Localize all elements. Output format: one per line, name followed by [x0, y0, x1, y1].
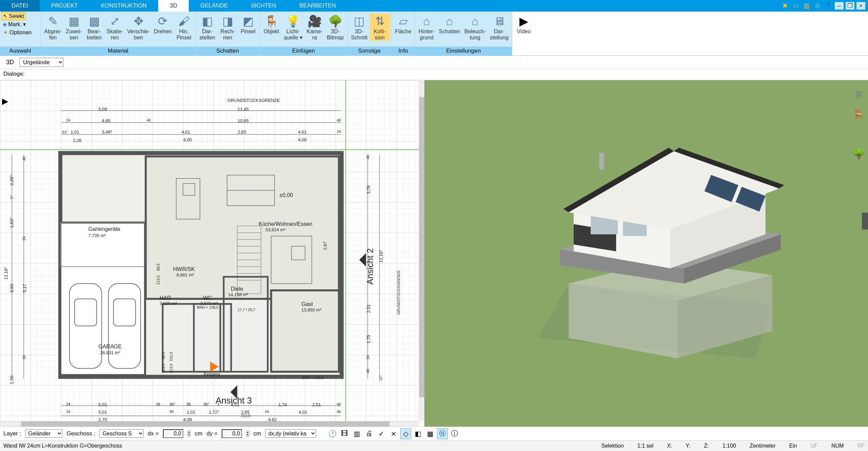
pinsel-button[interactable]: ◩Pinsel	[238, 14, 258, 35]
menu-tab-bearbeiten[interactable]: BEARBEITEN	[288, 0, 348, 12]
dx-spinner[interactable]: ▲▼	[187, 431, 191, 437]
cm1-label: cm	[195, 430, 203, 437]
selekt-button[interactable]: ↖Selekt	[1, 12, 25, 20]
cube-small-icon[interactable]: ◧	[412, 428, 423, 439]
menu-tab-konstruktion[interactable]: KONSTRUKTION	[89, 0, 158, 12]
print-icon[interactable]: ⎙	[813, 1, 822, 10]
optionen-button[interactable]: ＋Optionen	[1, 29, 33, 36]
dialoge-bar: Dialoge:	[0, 69, 868, 80]
bearbeiten-button[interactable]: ▩Bear- beiten	[84, 14, 105, 41]
furniture-icon[interactable]: 🪑	[852, 107, 865, 121]
3dbitmap-button[interactable]: 🌳3D- Bitmap	[325, 14, 346, 41]
brush-icon: 🖌	[176, 14, 192, 29]
beleuchtung-button[interactable]: ⌂Beleuch- tung	[462, 14, 488, 41]
verschieben-button[interactable]: ✥Verschie- ben	[125, 14, 152, 41]
ribbon-group-schatten: ◧Dar- stellen ◨Rech- nen ◩Pinsel Schatte…	[196, 12, 260, 55]
status-left: Wand IW 24cm L=Konstruktion G=Obergescho…	[3, 443, 122, 449]
shadow-brush-icon: ◩	[240, 14, 256, 29]
folder-icon[interactable]: ▥	[802, 1, 811, 10]
ribbon-label-auswahl: Auswahl	[0, 47, 40, 55]
deselect-icon[interactable]: ⨯	[388, 428, 399, 439]
3dschnitt-button[interactable]: ◫3D- Schnitt	[349, 14, 370, 41]
kollision-button[interactable]: ⇅Kolli- sion	[370, 14, 390, 41]
printer-icon[interactable]: 🖨	[364, 428, 374, 439]
ribbon-group-info: ▱Fläche Info	[392, 12, 415, 55]
ribbon-toolbar: ↖Selekt ◈Mark.▾ ＋Optionen Auswahl ✎Abgre…	[0, 12, 868, 56]
color-palette-icon[interactable]	[852, 128, 864, 140]
drehen-button[interactable]: ⟳Drehen	[152, 14, 173, 35]
context-bar: 3D Urgelände	[0, 56, 868, 69]
assign-icon: ▦	[66, 14, 82, 29]
film-icon[interactable]: 🎞	[339, 428, 350, 439]
clipboard-icon[interactable]: ▭	[791, 1, 800, 10]
status-x: X:	[667, 443, 672, 449]
layers-icon[interactable]: ≣	[852, 87, 865, 101]
ribbon-label-sonstige: Sonstige	[348, 47, 391, 55]
mark-button[interactable]: ◈Mark.▾	[1, 21, 27, 28]
svg-rect-60	[599, 153, 604, 170]
main-menu-bar: DATEI PROJEKT KONSTRUKTION 3D GELÄNDE SI…	[0, 0, 868, 12]
flaeche-button[interactable]: ▱Fläche	[393, 14, 413, 35]
calc-icon: ◨	[220, 14, 236, 29]
darstellung-button[interactable]: 🖥Dar- stellung	[488, 14, 511, 41]
3d-viewport[interactable]: ≣ 🪑 🌳	[425, 80, 868, 427]
hinpinsel-button[interactable]: 🖌Hin. Pinsel	[174, 14, 194, 41]
stack-icon[interactable]: ▥	[351, 428, 362, 439]
ribbon-group-auswahl: ↖Selekt ◈Mark.▾ ＋Optionen Auswahl	[0, 12, 41, 55]
ribbon-group-einstellungen: ⌂Hinter- grund ⌂Schatten ⌂Beleuch- tung …	[415, 12, 512, 55]
floorplan-vscroll[interactable]	[419, 80, 424, 421]
status-bar: Wand IW 24cm L=Konstruktion G=Obergescho…	[0, 440, 868, 451]
restore-icon[interactable]: ❐	[846, 2, 854, 10]
info-small-icon[interactable]: ⓘ	[449, 428, 460, 439]
expand-panel-icon[interactable]: ▶	[2, 96, 9, 107]
terrain-dropdown[interactable]: Urgelände	[19, 58, 63, 67]
status-sel-ratio: 1:1 sel	[638, 443, 653, 449]
kamera-button[interactable]: 🎥Kame- ra	[304, 14, 325, 41]
ribbon-label-schatten: Schatten	[196, 47, 260, 55]
grid-toggle-icon[interactable]: ▦	[425, 428, 436, 439]
lichtquelle-button[interactable]: 💡Licht- quelle ▾	[282, 14, 304, 41]
menu-tab-gelaende[interactable]: GELÄNDE	[189, 0, 239, 12]
move-icon: ✥	[130, 14, 147, 29]
status-scale: 1:100	[722, 443, 736, 449]
ribbon-group-material: ✎Abgrei- fen ▦Zuwei- sen ▩Bear- beiten ⤢…	[41, 12, 196, 55]
skalieren-button[interactable]: ⤢Skalie- ren	[105, 14, 125, 41]
schatten-set-button[interactable]: ⌂Schatten	[437, 14, 462, 35]
close-icon[interactable]: ×	[856, 2, 865, 10]
hintergrund-button[interactable]: ⌂Hinter- grund	[417, 14, 437, 41]
tree-palette-icon[interactable]: 🌳	[852, 147, 865, 160]
dy-input[interactable]	[222, 429, 242, 438]
workspace: GRUNDSTÜCKSGRENZE Gartengeräte 7,735 m² …	[0, 80, 868, 427]
menu-tab-sichten[interactable]: SICHTEN	[239, 0, 288, 12]
status-num: NUM	[831, 443, 844, 449]
menu-tab-datei[interactable]: DATEI	[0, 0, 40, 12]
area-icon: ▱	[395, 14, 411, 29]
objekt-button[interactable]: 🪑Objekt	[261, 14, 282, 35]
zuweisen-button[interactable]: ▦Zuwei- sen	[64, 14, 84, 41]
ribbon-group-einfuegen: 🪑Objekt 💡Licht- quelle ▾ 🎥Kame- ra 🌳3D- …	[260, 12, 348, 55]
palette-drag-handle[interactable]	[862, 213, 868, 230]
floorplan-hscroll[interactable]	[0, 421, 419, 427]
video-button[interactable]: ▶Video	[514, 14, 534, 35]
north-icon[interactable]: Ⓝ	[437, 428, 448, 439]
tools-icon[interactable]: ✖	[780, 1, 789, 10]
clock-icon[interactable]: 🕐	[327, 428, 338, 439]
coord-mode-dropdown[interactable]: dx,dy (relativ ka	[265, 429, 316, 438]
check-icon[interactable]: ✓	[376, 428, 387, 439]
help-icon[interactable]: ?	[824, 1, 833, 10]
house-light-icon: ⌂	[467, 14, 483, 29]
layer-dropdown[interactable]: Geländer	[25, 429, 62, 438]
menu-tab-3d[interactable]: 3D	[158, 0, 189, 12]
layer-vis-icon[interactable]: ◇	[400, 428, 411, 439]
minimize-icon[interactable]: –	[835, 2, 844, 10]
menu-tab-projekt[interactable]: PROJEKT	[40, 0, 89, 12]
geschoss-dropdown[interactable]: Geschoss S	[99, 429, 144, 438]
darstellen-button[interactable]: ◧Dar- stellen	[197, 14, 218, 41]
dx-input[interactable]	[163, 429, 183, 438]
tree-icon: 🌳	[327, 14, 344, 29]
dy-spinner[interactable]: ▲▼	[246, 431, 250, 437]
rechnen-button[interactable]: ◨Rech- nen	[218, 14, 238, 41]
floorplan-grid	[0, 80, 424, 426]
floorplan-viewport[interactable]: GRUNDSTÜCKSGRENZE Gartengeräte 7,735 m² …	[0, 80, 425, 427]
abgreifen-button[interactable]: ✎Abgrei- fen	[42, 14, 64, 41]
